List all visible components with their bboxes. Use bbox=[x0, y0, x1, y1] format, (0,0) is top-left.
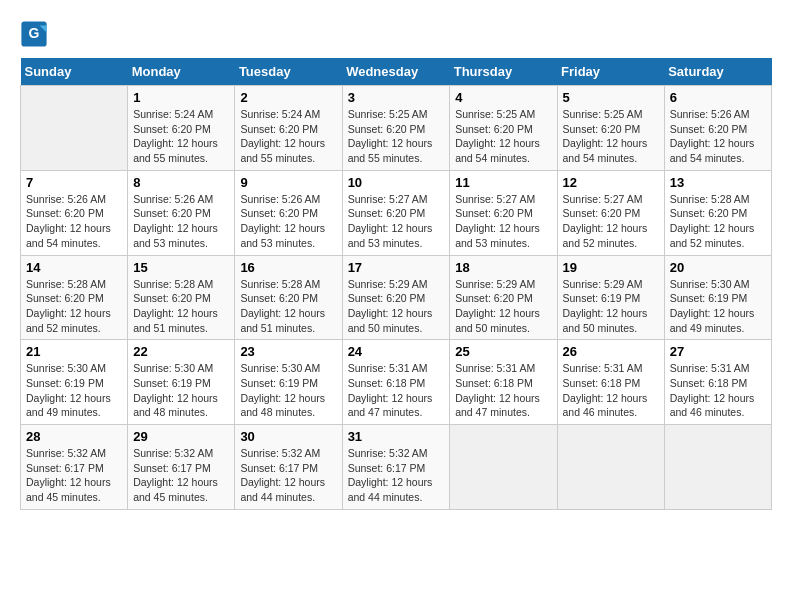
day-info: Sunrise: 5:31 AM Sunset: 6:18 PM Dayligh… bbox=[670, 361, 766, 420]
day-info: Sunrise: 5:24 AM Sunset: 6:20 PM Dayligh… bbox=[133, 107, 229, 166]
day-number: 29 bbox=[133, 429, 229, 444]
calendar-table: SundayMondayTuesdayWednesdayThursdayFrid… bbox=[20, 58, 772, 510]
calendar-cell: 22Sunrise: 5:30 AM Sunset: 6:19 PM Dayli… bbox=[128, 340, 235, 425]
calendar-cell: 28Sunrise: 5:32 AM Sunset: 6:17 PM Dayli… bbox=[21, 425, 128, 510]
calendar-cell bbox=[557, 425, 664, 510]
day-info: Sunrise: 5:28 AM Sunset: 6:20 PM Dayligh… bbox=[26, 277, 122, 336]
day-number: 24 bbox=[348, 344, 445, 359]
day-info: Sunrise: 5:31 AM Sunset: 6:18 PM Dayligh… bbox=[563, 361, 659, 420]
day-number: 12 bbox=[563, 175, 659, 190]
day-number: 27 bbox=[670, 344, 766, 359]
day-number: 1 bbox=[133, 90, 229, 105]
day-info: Sunrise: 5:25 AM Sunset: 6:20 PM Dayligh… bbox=[563, 107, 659, 166]
calendar-cell: 12Sunrise: 5:27 AM Sunset: 6:20 PM Dayli… bbox=[557, 170, 664, 255]
day-info: Sunrise: 5:31 AM Sunset: 6:18 PM Dayligh… bbox=[348, 361, 445, 420]
week-row-1: 1Sunrise: 5:24 AM Sunset: 6:20 PM Daylig… bbox=[21, 86, 772, 171]
day-info: Sunrise: 5:29 AM Sunset: 6:20 PM Dayligh… bbox=[348, 277, 445, 336]
logo-icon: G bbox=[20, 20, 48, 48]
calendar-cell: 5Sunrise: 5:25 AM Sunset: 6:20 PM Daylig… bbox=[557, 86, 664, 171]
page-header: G bbox=[20, 20, 772, 48]
day-number: 19 bbox=[563, 260, 659, 275]
day-info: Sunrise: 5:29 AM Sunset: 6:19 PM Dayligh… bbox=[563, 277, 659, 336]
week-row-2: 7Sunrise: 5:26 AM Sunset: 6:20 PM Daylig… bbox=[21, 170, 772, 255]
week-row-5: 28Sunrise: 5:32 AM Sunset: 6:17 PM Dayli… bbox=[21, 425, 772, 510]
day-info: Sunrise: 5:31 AM Sunset: 6:18 PM Dayligh… bbox=[455, 361, 551, 420]
calendar-cell: 10Sunrise: 5:27 AM Sunset: 6:20 PM Dayli… bbox=[342, 170, 450, 255]
logo: G bbox=[20, 20, 52, 48]
day-info: Sunrise: 5:28 AM Sunset: 6:20 PM Dayligh… bbox=[133, 277, 229, 336]
day-number: 20 bbox=[670, 260, 766, 275]
calendar-cell: 29Sunrise: 5:32 AM Sunset: 6:17 PM Dayli… bbox=[128, 425, 235, 510]
column-header-wednesday: Wednesday bbox=[342, 58, 450, 86]
calendar-cell: 14Sunrise: 5:28 AM Sunset: 6:20 PM Dayli… bbox=[21, 255, 128, 340]
calendar-cell bbox=[21, 86, 128, 171]
day-number: 28 bbox=[26, 429, 122, 444]
calendar-cell: 1Sunrise: 5:24 AM Sunset: 6:20 PM Daylig… bbox=[128, 86, 235, 171]
column-header-sunday: Sunday bbox=[21, 58, 128, 86]
week-row-4: 21Sunrise: 5:30 AM Sunset: 6:19 PM Dayli… bbox=[21, 340, 772, 425]
day-number: 26 bbox=[563, 344, 659, 359]
calendar-cell: 16Sunrise: 5:28 AM Sunset: 6:20 PM Dayli… bbox=[235, 255, 342, 340]
column-header-monday: Monday bbox=[128, 58, 235, 86]
day-number: 22 bbox=[133, 344, 229, 359]
day-number: 18 bbox=[455, 260, 551, 275]
day-info: Sunrise: 5:30 AM Sunset: 6:19 PM Dayligh… bbox=[240, 361, 336, 420]
calendar-cell: 6Sunrise: 5:26 AM Sunset: 6:20 PM Daylig… bbox=[664, 86, 771, 171]
day-number: 31 bbox=[348, 429, 445, 444]
calendar-cell: 24Sunrise: 5:31 AM Sunset: 6:18 PM Dayli… bbox=[342, 340, 450, 425]
calendar-cell: 4Sunrise: 5:25 AM Sunset: 6:20 PM Daylig… bbox=[450, 86, 557, 171]
calendar-cell: 15Sunrise: 5:28 AM Sunset: 6:20 PM Dayli… bbox=[128, 255, 235, 340]
column-header-thursday: Thursday bbox=[450, 58, 557, 86]
day-info: Sunrise: 5:30 AM Sunset: 6:19 PM Dayligh… bbox=[133, 361, 229, 420]
day-number: 9 bbox=[240, 175, 336, 190]
day-info: Sunrise: 5:26 AM Sunset: 6:20 PM Dayligh… bbox=[133, 192, 229, 251]
day-info: Sunrise: 5:25 AM Sunset: 6:20 PM Dayligh… bbox=[348, 107, 445, 166]
day-info: Sunrise: 5:29 AM Sunset: 6:20 PM Dayligh… bbox=[455, 277, 551, 336]
day-info: Sunrise: 5:27 AM Sunset: 6:20 PM Dayligh… bbox=[455, 192, 551, 251]
calendar-cell: 27Sunrise: 5:31 AM Sunset: 6:18 PM Dayli… bbox=[664, 340, 771, 425]
calendar-cell: 25Sunrise: 5:31 AM Sunset: 6:18 PM Dayli… bbox=[450, 340, 557, 425]
day-info: Sunrise: 5:30 AM Sunset: 6:19 PM Dayligh… bbox=[26, 361, 122, 420]
day-number: 2 bbox=[240, 90, 336, 105]
day-info: Sunrise: 5:26 AM Sunset: 6:20 PM Dayligh… bbox=[670, 107, 766, 166]
day-number: 17 bbox=[348, 260, 445, 275]
calendar-cell: 30Sunrise: 5:32 AM Sunset: 6:17 PM Dayli… bbox=[235, 425, 342, 510]
calendar-cell: 2Sunrise: 5:24 AM Sunset: 6:20 PM Daylig… bbox=[235, 86, 342, 171]
day-info: Sunrise: 5:27 AM Sunset: 6:20 PM Dayligh… bbox=[348, 192, 445, 251]
day-number: 4 bbox=[455, 90, 551, 105]
day-info: Sunrise: 5:25 AM Sunset: 6:20 PM Dayligh… bbox=[455, 107, 551, 166]
day-number: 11 bbox=[455, 175, 551, 190]
day-number: 6 bbox=[670, 90, 766, 105]
day-info: Sunrise: 5:26 AM Sunset: 6:20 PM Dayligh… bbox=[240, 192, 336, 251]
calendar-cell: 20Sunrise: 5:30 AM Sunset: 6:19 PM Dayli… bbox=[664, 255, 771, 340]
day-info: Sunrise: 5:32 AM Sunset: 6:17 PM Dayligh… bbox=[26, 446, 122, 505]
calendar-cell: 8Sunrise: 5:26 AM Sunset: 6:20 PM Daylig… bbox=[128, 170, 235, 255]
calendar-cell: 19Sunrise: 5:29 AM Sunset: 6:19 PM Dayli… bbox=[557, 255, 664, 340]
column-headers: SundayMondayTuesdayWednesdayThursdayFrid… bbox=[21, 58, 772, 86]
calendar-cell bbox=[450, 425, 557, 510]
day-info: Sunrise: 5:32 AM Sunset: 6:17 PM Dayligh… bbox=[240, 446, 336, 505]
calendar-cell: 21Sunrise: 5:30 AM Sunset: 6:19 PM Dayli… bbox=[21, 340, 128, 425]
calendar-cell: 13Sunrise: 5:28 AM Sunset: 6:20 PM Dayli… bbox=[664, 170, 771, 255]
week-row-3: 14Sunrise: 5:28 AM Sunset: 6:20 PM Dayli… bbox=[21, 255, 772, 340]
day-number: 23 bbox=[240, 344, 336, 359]
day-info: Sunrise: 5:26 AM Sunset: 6:20 PM Dayligh… bbox=[26, 192, 122, 251]
column-header-friday: Friday bbox=[557, 58, 664, 86]
day-info: Sunrise: 5:27 AM Sunset: 6:20 PM Dayligh… bbox=[563, 192, 659, 251]
calendar-cell: 9Sunrise: 5:26 AM Sunset: 6:20 PM Daylig… bbox=[235, 170, 342, 255]
day-number: 3 bbox=[348, 90, 445, 105]
calendar-cell: 7Sunrise: 5:26 AM Sunset: 6:20 PM Daylig… bbox=[21, 170, 128, 255]
day-number: 15 bbox=[133, 260, 229, 275]
day-number: 25 bbox=[455, 344, 551, 359]
column-header-saturday: Saturday bbox=[664, 58, 771, 86]
calendar-cell: 11Sunrise: 5:27 AM Sunset: 6:20 PM Dayli… bbox=[450, 170, 557, 255]
day-number: 21 bbox=[26, 344, 122, 359]
day-info: Sunrise: 5:24 AM Sunset: 6:20 PM Dayligh… bbox=[240, 107, 336, 166]
column-header-tuesday: Tuesday bbox=[235, 58, 342, 86]
calendar-cell: 31Sunrise: 5:32 AM Sunset: 6:17 PM Dayli… bbox=[342, 425, 450, 510]
calendar-cell: 23Sunrise: 5:30 AM Sunset: 6:19 PM Dayli… bbox=[235, 340, 342, 425]
calendar-cell: 3Sunrise: 5:25 AM Sunset: 6:20 PM Daylig… bbox=[342, 86, 450, 171]
day-number: 30 bbox=[240, 429, 336, 444]
calendar-cell: 26Sunrise: 5:31 AM Sunset: 6:18 PM Dayli… bbox=[557, 340, 664, 425]
calendar-cell: 18Sunrise: 5:29 AM Sunset: 6:20 PM Dayli… bbox=[450, 255, 557, 340]
